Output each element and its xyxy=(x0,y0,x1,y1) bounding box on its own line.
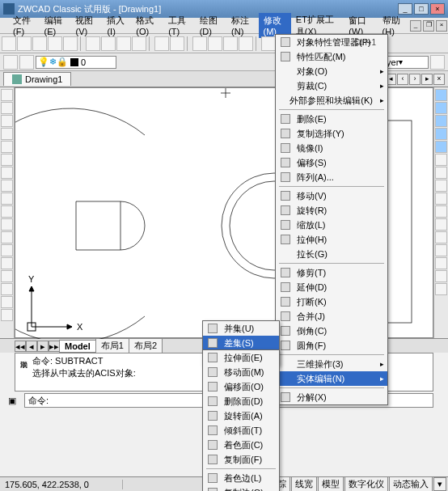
layer-manager-button[interactable] xyxy=(3,55,18,70)
sheet-model[interactable]: Model xyxy=(59,340,96,353)
solid-top-item-0[interactable]: 并集(U) xyxy=(203,321,279,336)
match-button[interactable] xyxy=(132,36,146,51)
layer-combo[interactable]: 💡❄🔒 0 xyxy=(36,56,116,69)
line-tool[interactable] xyxy=(1,89,13,101)
circle-tool[interactable] xyxy=(1,167,13,179)
offset-tool[interactable] xyxy=(435,128,447,140)
undo-button[interactable] xyxy=(154,36,169,51)
modify-item-22[interactable]: 倒角(C) xyxy=(276,324,387,338)
join-tool[interactable] xyxy=(435,244,447,256)
zoom-window-button[interactable] xyxy=(223,36,238,51)
scale-tool[interactable] xyxy=(435,180,447,192)
erase-tool[interactable] xyxy=(435,89,447,101)
stretch-tool[interactable] xyxy=(435,193,447,205)
redo-button[interactable] xyxy=(170,36,184,51)
print-button[interactable] xyxy=(48,36,62,51)
trim-tool[interactable] xyxy=(435,205,447,218)
menu-format[interactable]: 格式(O) xyxy=(131,13,163,38)
arc-tool[interactable] xyxy=(1,154,13,166)
gradient-tool[interactable] xyxy=(1,270,13,282)
modify-item-6[interactable]: 删除(E) xyxy=(276,112,387,126)
new-button[interactable] xyxy=(2,36,16,51)
table-tool[interactable] xyxy=(1,296,13,308)
nav-close[interactable]: × xyxy=(433,74,445,85)
sheet-layout1[interactable]: 布局1 xyxy=(95,338,129,353)
mdi-close-button[interactable]: × xyxy=(436,20,447,32)
mirror-tool[interactable] xyxy=(435,115,447,127)
zoom-prev-button[interactable] xyxy=(239,36,253,51)
rect-tool[interactable] xyxy=(1,141,13,153)
nav-prev[interactable]: ‹ xyxy=(397,74,408,85)
point-tool[interactable] xyxy=(1,244,13,256)
modify-item-12[interactable]: 移动(V) xyxy=(276,188,387,203)
move-tool[interactable] xyxy=(435,154,447,166)
solid-bot-item-4[interactable]: 旋转面(A) xyxy=(203,408,279,423)
fillet-tool[interactable] xyxy=(435,270,447,282)
doc-tab[interactable]: Drawing1 xyxy=(3,72,71,86)
modify-item-15[interactable]: 拉伸(H) xyxy=(276,232,387,247)
nav-last[interactable]: ▸ xyxy=(421,74,433,85)
modify-item-0[interactable]: 对象特性管理器(P)Ctrl+1 xyxy=(276,35,387,49)
menu-dimension[interactable]: 标注(N) xyxy=(226,13,258,38)
menu-insert[interactable]: 插入(I) xyxy=(102,13,131,38)
ellipse-tool[interactable] xyxy=(1,205,13,218)
modify-item-8[interactable]: 镜像(I) xyxy=(276,141,387,155)
sheet-first[interactable]: ◂◂ xyxy=(15,341,26,352)
solid-bot-item-10[interactable]: 复制边(G) xyxy=(203,485,279,491)
copy-tool[interactable] xyxy=(435,102,447,114)
solid-bot-item-0[interactable]: 拉伸面(E) xyxy=(203,350,279,365)
close-button[interactable]: × xyxy=(430,3,445,15)
modify-item-28[interactable]: 分解(X) xyxy=(276,390,387,404)
explode-tool[interactable] xyxy=(435,283,447,295)
solid-bot-item-1[interactable]: 移动面(M) xyxy=(203,365,279,379)
modify-item-1[interactable]: 特性匹配(M) xyxy=(276,49,387,64)
modify-item-18[interactable]: 修剪(T) xyxy=(276,265,387,280)
modify-item-23[interactable]: 圆角(F) xyxy=(276,338,387,353)
menu-view[interactable]: 视图(V) xyxy=(70,13,102,38)
modify-item-26[interactable]: 实体编辑(N)▸ xyxy=(276,371,387,386)
solid-bot-item-9[interactable]: 着色边(L) xyxy=(203,471,279,485)
spline-tool[interactable] xyxy=(1,193,13,205)
solid-bot-item-7[interactable]: 复制面(F) xyxy=(203,452,279,467)
paste-button[interactable] xyxy=(116,36,131,51)
menu-tools[interactable]: 工具(T) xyxy=(163,13,195,38)
status-lwt[interactable]: 线宽 xyxy=(291,476,317,491)
mdi-minimize-button[interactable]: _ xyxy=(410,20,421,32)
menu-edit[interactable]: 编辑(E) xyxy=(40,13,71,38)
insert-tool[interactable] xyxy=(1,218,13,231)
menu-draw[interactable]: 绘图(D) xyxy=(195,13,226,38)
solid-top-item-1[interactable]: 差集(S) xyxy=(203,336,279,350)
pline-tool[interactable] xyxy=(1,115,13,127)
status-model[interactable]: 模型 xyxy=(318,476,344,491)
linetype-button[interactable] xyxy=(430,55,445,70)
menu-file[interactable]: 文件(F) xyxy=(8,13,40,38)
modify-item-16[interactable]: 拉长(G) xyxy=(276,247,387,261)
modify-item-13[interactable]: 旋转(R) xyxy=(276,203,387,218)
array-tool[interactable] xyxy=(435,141,447,153)
cut-button[interactable] xyxy=(86,36,100,51)
break-tool[interactable] xyxy=(435,231,447,243)
properties-button[interactable] xyxy=(261,36,276,51)
open-button[interactable] xyxy=(17,36,32,51)
zoom-button[interactable] xyxy=(208,36,222,51)
polygon-tool[interactable] xyxy=(1,128,13,140)
modify-item-19[interactable]: 延伸(D) xyxy=(276,280,387,294)
revcloud-tool[interactable] xyxy=(1,180,13,192)
modify-item-2[interactable]: 对象(O)▸ xyxy=(276,64,387,78)
maximize-button[interactable]: □ xyxy=(414,3,429,15)
copy-button[interactable] xyxy=(101,36,116,51)
status-dyn[interactable]: 动态输入 xyxy=(389,476,433,491)
extend-tool[interactable] xyxy=(435,218,447,231)
mdi-restore-button[interactable]: ❐ xyxy=(423,20,434,32)
modify-item-21[interactable]: 合并(J) xyxy=(276,309,387,324)
modify-item-7[interactable]: 复制选择(Y) xyxy=(276,126,387,141)
solid-bot-item-6[interactable]: 着色面(C) xyxy=(203,438,279,452)
modify-item-10[interactable]: 阵列(A)... xyxy=(276,170,387,184)
layer-prev-button[interactable] xyxy=(19,55,34,70)
modify-item-3[interactable]: 剪裁(C)▸ xyxy=(276,78,387,93)
hatch-tool[interactable] xyxy=(1,257,13,269)
sheet-prev[interactable]: ◂ xyxy=(26,341,37,352)
status-more[interactable]: ▾ xyxy=(433,477,446,491)
sheet-next[interactable]: ▸ xyxy=(37,341,49,352)
sheet-layout2[interactable]: 布局2 xyxy=(129,338,163,353)
